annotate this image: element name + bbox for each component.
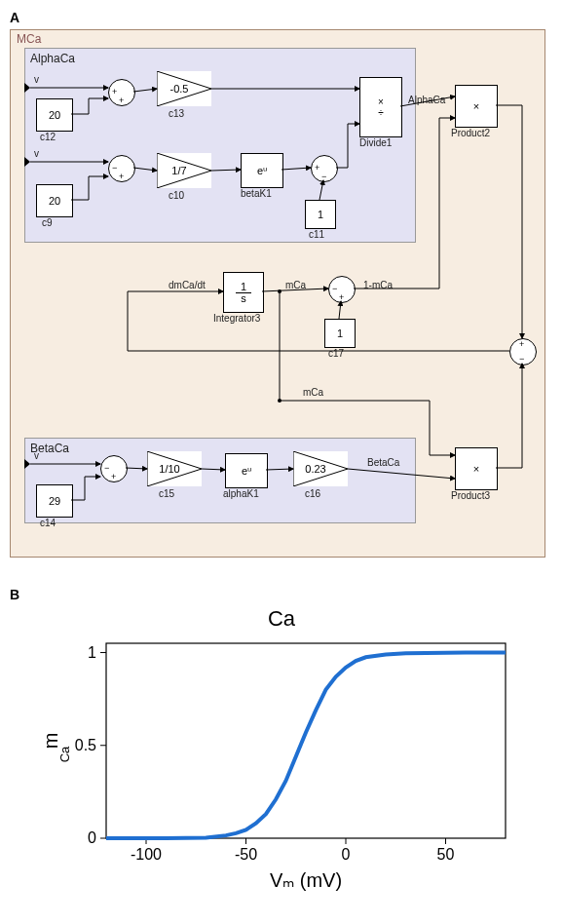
- svg-text:Ca: Ca: [57, 746, 72, 762]
- c16-name: c16: [305, 488, 320, 499]
- svg-rect-30: [106, 643, 506, 838]
- c16-gain-text: 0.23: [293, 451, 338, 486]
- c13-gain-text: -0.5: [157, 71, 202, 106]
- one-minus-mca-label: 1-mCa: [363, 280, 393, 290]
- c15-gain-text: 1/10: [147, 451, 192, 486]
- simulink-diagram: MCa AlphaCa BetaCa v 20 c12 ++ -0.5 c13 …: [10, 29, 545, 558]
- svg-text:0: 0: [88, 829, 96, 846]
- divide1-block: ×÷: [359, 77, 402, 137]
- c16-gain: 0.23: [293, 451, 348, 486]
- c10-gain: 1/7: [157, 153, 211, 188]
- integrator3-name: Integrator3: [213, 313, 260, 324]
- mca-label-1: mCa: [285, 280, 306, 290]
- v-label-2: v: [34, 148, 39, 159]
- c12-block: 20: [36, 98, 73, 132]
- mca-label-2: mCa: [303, 387, 323, 398]
- chart-title: Ca: [10, 606, 553, 632]
- c14-block: 29: [36, 484, 73, 518]
- sum-alpha-bottom: −+: [108, 155, 135, 182]
- svg-text:0.5: 0.5: [75, 737, 96, 753]
- sum-alpha-top: ++: [108, 79, 135, 106]
- alphak1-block: eᵘ: [225, 453, 268, 488]
- v-label-3: v: [34, 450, 39, 461]
- sum-denominator: +−: [311, 155, 338, 182]
- svg-text:50: 50: [437, 846, 455, 863]
- integrator3-block: 1s: [223, 272, 264, 313]
- betak1-name: betaK1: [241, 188, 272, 199]
- c13-gain: -0.5: [157, 71, 211, 106]
- svg-point-21: [278, 289, 282, 293]
- c13-name: c13: [169, 108, 184, 119]
- c14-name: c14: [40, 518, 56, 528]
- c15-name: c15: [159, 488, 174, 499]
- svg-text:-100: -100: [131, 846, 162, 863]
- c11-block: 1: [305, 200, 336, 229]
- betak1-block: eᵘ: [241, 153, 283, 188]
- alphaca-signal-label: AlphaCa: [408, 95, 445, 105]
- product2-name: Product2: [451, 128, 490, 138]
- panel-a-label: A: [10, 10, 553, 25]
- betaca-signal-label: BetaCa: [367, 457, 399, 468]
- sum-output: +−: [509, 338, 537, 366]
- c15-gain: 1/10: [147, 451, 202, 486]
- c11-name: c11: [309, 229, 324, 240]
- betaca-subsystem: [24, 438, 416, 523]
- svg-text:Vₘ (mV): Vₘ (mV): [270, 869, 342, 891]
- product3-name: Product3: [451, 490, 490, 501]
- sum-1mca: −+: [328, 276, 356, 303]
- svg-text:1: 1: [88, 644, 96, 661]
- divide1-name: Divide1: [359, 137, 392, 148]
- panel-b-label: B: [10, 587, 553, 602]
- alphaca-subsystem: [24, 48, 416, 243]
- c17-name: c17: [328, 348, 344, 359]
- product2-block: ×: [455, 85, 498, 128]
- svg-line-19: [339, 301, 341, 319]
- svg-point-22: [278, 399, 282, 403]
- product3-block: ×: [455, 447, 498, 490]
- svg-text:0: 0: [342, 846, 351, 863]
- c9-name: c9: [42, 217, 53, 228]
- alphaca-label: AlphaCa: [30, 52, 75, 65]
- c10-name: c10: [169, 190, 184, 201]
- c9-block: 20: [36, 184, 73, 217]
- system-label: MCa: [17, 32, 41, 46]
- mca-chart: -100-5005000.51Vₘ (mV)mCa: [38, 634, 525, 897]
- alphak1-name: alphaK1: [223, 488, 259, 499]
- c10-gain-text: 1/7: [157, 153, 202, 188]
- c17-block: 1: [324, 319, 356, 348]
- dmcadt-label: dmCa/dt: [169, 280, 206, 290]
- sum-beta: −+: [100, 455, 128, 482]
- v-label-1: v: [34, 74, 39, 85]
- c12-name: c12: [40, 132, 56, 142]
- svg-text:-50: -50: [235, 846, 257, 863]
